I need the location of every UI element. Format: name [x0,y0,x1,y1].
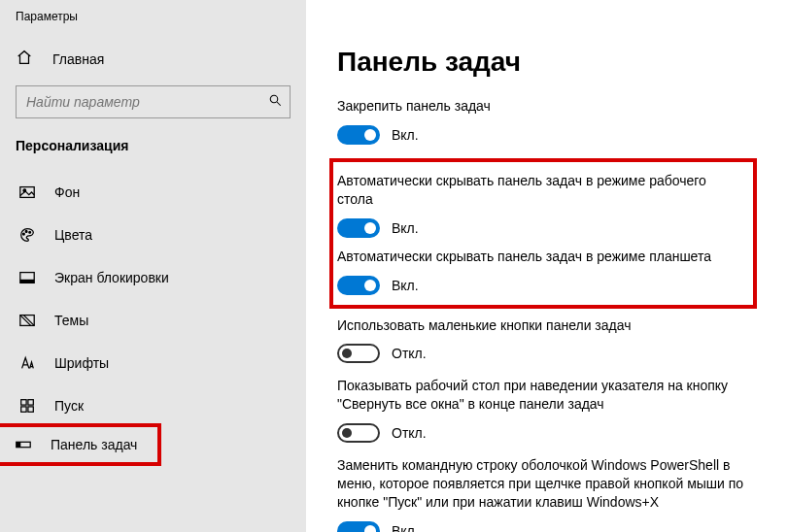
nav-item-start[interactable]: Пуск [0,384,306,427]
home-nav[interactable]: Главная [0,37,306,82]
svg-rect-12 [28,407,33,412]
taskbar-icon [14,436,33,453]
nav-item-themes[interactable]: Темы [0,299,306,342]
search-wrap [16,85,291,118]
highlight-box: Автоматически скрывать панель задач в ре… [329,158,757,309]
nav-item-background[interactable]: Фон [0,171,306,214]
setting-label: Заменить командную строку оболочкой Wind… [337,456,745,512]
toggle-peek-desktop[interactable] [337,423,380,443]
svg-point-4 [25,231,27,233]
toggle-small-buttons[interactable] [337,344,380,363]
nav-item-taskbar[interactable]: Панель задач [0,423,161,466]
page-title: Панель задач [337,47,788,78]
nav-label: Экран блокировки [54,270,169,285]
toggle-state: Откл. [392,425,427,441]
content-area: Панель задач Закрепить панель задач Вкл.… [306,0,788,532]
nav-label: Цвета [54,227,92,243]
setting-autohide-tablet: Автоматически скрывать панель задач в ре… [337,248,745,295]
nav-item-fonts[interactable]: Шрифты [0,342,306,384]
palette-icon [17,226,37,244]
start-icon [17,397,37,415]
nav-label: Темы [54,313,88,328]
toggle-lock-taskbar[interactable] [337,125,380,145]
setting-autohide-desktop: Автоматически скрывать панель задач в ре… [337,172,745,238]
window-title: Параметры [0,0,306,37]
nav-item-colors[interactable]: Цвета [0,214,306,256]
toggle-state: Вкл. [392,220,419,236]
toggle-state: Вкл. [392,278,419,293]
themes-icon [17,312,37,329]
svg-rect-10 [28,400,33,405]
toggle-state: Вкл. [392,523,419,532]
setting-label: Использовать маленькие кнопки панели зад… [337,316,745,335]
svg-point-0 [270,95,278,103]
toggle-powershell[interactable] [337,521,380,532]
setting-small-buttons: Использовать маленькие кнопки панели зад… [337,316,745,364]
home-icon [16,49,35,70]
setting-label: Показывать рабочий стол при наведении ук… [337,377,745,414]
svg-point-5 [29,231,31,233]
nav-item-lockscreen[interactable]: Экран блокировки [0,256,306,299]
svg-rect-11 [21,407,26,412]
lockscreen-icon [17,269,37,286]
setting-powershell: Заменить командную строку оболочкой Wind… [337,456,745,532]
category-header: Персонализация [0,132,306,171]
svg-rect-14 [17,442,21,447]
toggle-autohide-tablet[interactable] [337,276,380,295]
setting-label: Автоматически скрывать панель задач в ре… [337,172,745,209]
nav-list: Фон Цвета Экран блокировки Темы Шрифты [0,171,306,466]
nav-label: Пуск [54,398,84,414]
setting-lock-taskbar: Закрепить панель задач Вкл. [337,97,745,145]
home-label: Главная [52,51,104,67]
search-input[interactable] [16,85,291,118]
toggle-autohide-desktop[interactable] [337,218,380,238]
nav-label: Фон [54,184,80,200]
toggle-state: Вкл. [392,127,419,143]
nav-label: Панель задач [51,437,137,452]
settings-sidebar: Параметры Главная Персонализация Фон Цве… [0,0,306,532]
svg-rect-9 [21,400,26,405]
setting-label: Закрепить панель задач [337,97,745,116]
picture-icon [17,183,37,201]
fonts-icon [17,354,37,372]
svg-point-3 [23,233,25,235]
setting-peek-desktop: Показывать рабочий стол при наведении ук… [337,377,745,443]
nav-label: Шрифты [54,355,109,371]
setting-label: Автоматически скрывать панель задач в ре… [337,248,745,266]
svg-rect-7 [20,280,34,283]
search-icon [268,93,283,111]
toggle-state: Откл. [392,346,427,361]
